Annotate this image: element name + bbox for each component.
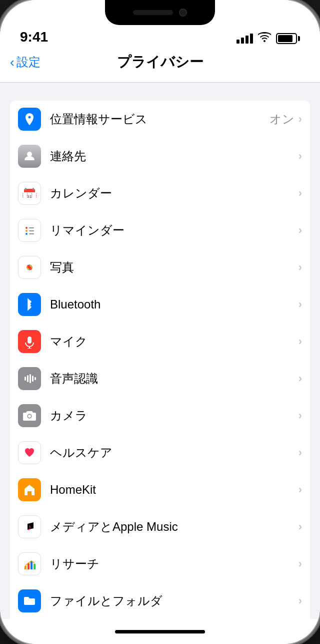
photos-icon <box>18 256 41 279</box>
section-spacer <box>0 83 320 101</box>
research-icon <box>18 552 41 575</box>
list-item[interactable]: HomeKit › <box>10 471 310 508</box>
list-item[interactable]: ♪ メディアとApple Music › <box>10 508 310 545</box>
chevron-right-icon: › <box>298 113 302 126</box>
list-item[interactable]: リサーチ › <box>10 545 310 582</box>
svg-rect-13 <box>29 233 34 234</box>
svg-rect-6 <box>32 188 34 190</box>
row-label: HomeKit <box>50 483 298 497</box>
reminders-icon <box>18 219 41 242</box>
back-label: 設定 <box>16 54 40 70</box>
homekit-icon <box>18 478 41 501</box>
row-label: マイク <box>50 334 298 350</box>
svg-rect-11 <box>29 227 34 228</box>
row-label: ヘルスケア <box>50 445 298 461</box>
svg-rect-26 <box>28 337 32 344</box>
status-bar: 9:41 <box>0 0 320 50</box>
row-label: カレンダー <box>50 185 298 201</box>
nav-bar: ‹ 設定 プライバシー <box>0 50 320 83</box>
chevron-right-icon: › <box>298 187 302 200</box>
svg-rect-38 <box>28 563 30 569</box>
list-item[interactable]: 写真 › <box>10 249 310 286</box>
chevron-right-icon: › <box>298 446 302 459</box>
row-label: ファイルとフォルダ <box>50 593 298 609</box>
svg-rect-39 <box>30 561 32 569</box>
chevron-right-icon: › <box>298 483 302 496</box>
svg-rect-31 <box>30 374 31 383</box>
svg-rect-12 <box>29 230 34 231</box>
row-label: Bluetooth <box>50 297 298 311</box>
speech-icon <box>18 367 41 390</box>
chevron-right-icon: › <box>298 298 302 311</box>
home-indicator <box>0 619 320 644</box>
svg-rect-29 <box>24 377 26 381</box>
svg-point-8 <box>26 227 28 229</box>
signal-bars-icon <box>236 34 253 44</box>
svg-rect-5 <box>25 188 26 190</box>
microphone-icon <box>18 330 41 353</box>
list-item[interactable]: 音声認識 › <box>10 360 310 397</box>
list-item[interactable]: 位置情報サービス オン › <box>10 101 310 138</box>
svg-rect-3 <box>24 191 35 192</box>
health-icon <box>18 441 41 464</box>
svg-point-9 <box>26 230 28 232</box>
wifi-icon <box>258 32 271 45</box>
bluetooth-icon <box>18 293 41 316</box>
contacts-icon <box>18 145 41 168</box>
list-item[interactable]: ファイルとフォルダ › <box>10 582 310 619</box>
chevron-right-icon: › <box>298 409 302 422</box>
back-button[interactable]: ‹ 設定 <box>10 54 40 70</box>
music-icon: ♪ <box>18 515 41 538</box>
chevron-right-icon: › <box>298 224 302 237</box>
svg-text:31: 31 <box>28 194 32 199</box>
calendar-icon: ⋮⋮⋮⋮ 31 <box>18 182 41 205</box>
chevron-right-icon: › <box>298 261 302 274</box>
list-item[interactable]: ヘルスケア › <box>10 434 310 471</box>
row-label: リサーチ <box>50 556 298 572</box>
back-chevron-icon: ‹ <box>10 56 14 69</box>
svg-text:♪: ♪ <box>28 522 32 532</box>
svg-point-0 <box>27 152 32 157</box>
chevron-right-icon: › <box>298 520 302 533</box>
row-label: 連絡先 <box>50 148 298 164</box>
list-item[interactable]: Bluetooth › <box>10 286 310 323</box>
row-label: メディアとApple Music <box>50 519 298 535</box>
chevron-right-icon: › <box>298 372 302 385</box>
files-icon <box>18 589 41 612</box>
home-bar <box>115 630 205 633</box>
list-item[interactable]: ⋮⋮⋮⋮ 31 カレンダー › <box>10 175 310 212</box>
row-value: オン <box>270 111 294 127</box>
svg-rect-37 <box>24 566 26 569</box>
settings-group: 位置情報サービス オン › 連絡先 › <box>10 101 310 619</box>
row-label: 位置情報サービス <box>50 111 270 127</box>
svg-rect-30 <box>27 375 28 382</box>
chevron-right-icon: › <box>298 557 302 570</box>
speaker <box>133 10 173 15</box>
status-icons <box>236 32 300 45</box>
settings-content: 位置情報サービス オン › 連絡先 › <box>0 83 320 619</box>
chevron-right-icon: › <box>298 335 302 348</box>
svg-rect-40 <box>34 564 36 569</box>
svg-point-35 <box>28 415 31 418</box>
location-icon <box>18 108 41 131</box>
chevron-right-icon: › <box>298 150 302 163</box>
status-time: 9:41 <box>20 29 236 45</box>
notch <box>105 0 215 25</box>
row-label: 写真 <box>50 259 298 275</box>
list-item[interactable]: リマインダー › <box>10 212 310 249</box>
row-label: 音声認識 <box>50 371 298 387</box>
battery-icon <box>276 33 300 44</box>
svg-rect-33 <box>34 377 36 380</box>
list-item[interactable]: 連絡先 › <box>10 138 310 175</box>
list-item[interactable]: マイク › <box>10 323 310 360</box>
row-label: カメラ <box>50 408 298 424</box>
screen: 9:41 <box>0 0 320 644</box>
svg-point-10 <box>26 233 28 235</box>
list-item[interactable]: カメラ › <box>10 397 310 434</box>
front-camera <box>179 9 187 17</box>
chevron-right-icon: › <box>298 594 302 607</box>
row-label: リマインダー <box>50 222 298 238</box>
camera-icon <box>18 404 41 427</box>
page-title: プライバシー <box>117 53 204 72</box>
svg-rect-32 <box>32 376 34 382</box>
